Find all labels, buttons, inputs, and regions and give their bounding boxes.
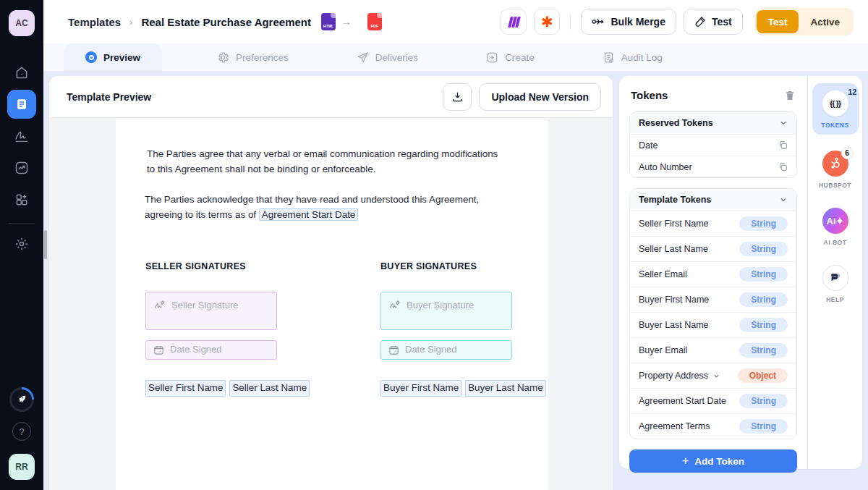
- tokens-title: Tokens: [631, 89, 668, 101]
- seller-name-tokens: Seller First Name Seller Last Name: [145, 380, 310, 397]
- tab-deliveries[interactable]: Deliveries: [344, 43, 431, 71]
- help-icon[interactable]: ?: [12, 422, 31, 441]
- chevron-down-icon: [779, 195, 788, 204]
- top-header: Templates › Real Estate Purchase Agreeme…: [43, 0, 868, 43]
- reserved-tokens-header[interactable]: Reserved Tokens: [630, 112, 796, 134]
- type-badge: String: [739, 343, 788, 358]
- rocket-icon: [12, 389, 32, 410]
- home-icon[interactable]: [7, 58, 36, 87]
- chevron-down-icon: [779, 119, 788, 127]
- download-button[interactable]: [443, 83, 472, 111]
- seller-signatures-heading: SELLER SIGNATURES: [145, 260, 246, 274]
- token-row[interactable]: Seller First Name String: [630, 211, 796, 236]
- workspace-avatar[interactable]: AC: [9, 10, 35, 36]
- doc-paragraph-1: The Parties agree that any verbal or ema…: [147, 147, 509, 177]
- send-icon: [357, 51, 369, 64]
- buyer-last-name-token[interactable]: Buyer Last Name: [465, 380, 545, 397]
- make-integration-button[interactable]: [501, 9, 527, 35]
- buyer-signatures-heading: BUYER SIGNATURES: [380, 260, 477, 274]
- seller-date-signed-field[interactable]: Date Signed: [145, 340, 277, 360]
- analytics-icon[interactable]: [7, 153, 36, 182]
- tab-audit-log[interactable]: Audit Log: [590, 43, 676, 71]
- app-sidebar: AC ? RR: [0, 0, 43, 490]
- gear-icon: [217, 51, 229, 64]
- expand-chevron-icon[interactable]: [712, 372, 720, 380]
- zapier-integration-button[interactable]: ✱: [534, 9, 560, 35]
- token-row[interactable]: Auto Number: [630, 156, 796, 177]
- breadcrumb-current: Real Estate Purchase Agreement: [141, 16, 311, 28]
- agreement-start-date-token[interactable]: Agreement Start Date: [259, 208, 359, 221]
- preview-eye-icon: [85, 51, 97, 63]
- type-badge: String: [739, 419, 788, 434]
- upload-new-version-button[interactable]: Upload New Version: [479, 83, 601, 111]
- type-badge: Object: [738, 368, 788, 383]
- tokens-panel: Tokens Reserved Tokens Date: [619, 76, 862, 469]
- template-preview-panel: Template Preview Upload New Version The …: [49, 76, 613, 490]
- mode-test-option[interactable]: Test: [757, 10, 799, 33]
- buyer-date-signed-field[interactable]: Date Signed: [380, 340, 512, 360]
- rail-hubspot-button[interactable]: 6 HUBSPOT: [819, 151, 851, 189]
- token-row[interactable]: Date: [630, 134, 796, 156]
- header-divider: [570, 14, 571, 30]
- tab-preview[interactable]: Preview: [64, 43, 162, 71]
- templates-icon[interactable]: [7, 90, 36, 119]
- tab-bar: Preview Preferences Deliveries Create Au…: [43, 43, 868, 71]
- tokens-icon: {{ }} 12: [822, 90, 848, 117]
- content-area: Template Preview Upload New Version The …: [43, 71, 868, 490]
- seller-signature-field[interactable]: Seller Signature: [145, 292, 277, 330]
- token-row[interactable]: Agreement Terms String: [630, 413, 796, 439]
- trash-icon[interactable]: [784, 90, 796, 101]
- token-row[interactable]: Agreement Start Date String: [630, 388, 796, 413]
- html-file-icon: HTML: [321, 13, 336, 30]
- audit-log-icon: [603, 51, 615, 64]
- onboarding-progress-ring[interactable]: [9, 387, 34, 412]
- reserved-tokens-section: Reserved Tokens Date Auto Number: [629, 111, 797, 178]
- type-badge: String: [739, 318, 788, 332]
- breadcrumb-separator-icon: ›: [129, 17, 132, 28]
- type-badge: String: [739, 242, 788, 256]
- copy-icon[interactable]: [778, 140, 788, 150]
- signature-pen-icon: [153, 300, 166, 312]
- settings-icon[interactable]: [7, 229, 36, 258]
- signature-icon[interactable]: [7, 122, 36, 151]
- signature-pen-icon: [388, 300, 401, 312]
- mode-toggle: Test Active: [754, 8, 854, 35]
- rail-tokens-button[interactable]: {{ }} 12 TOKENS: [812, 83, 859, 135]
- seller-first-name-token[interactable]: Seller First Name: [145, 380, 226, 397]
- buyer-name-tokens: Buyer First Name Buyer Last Name: [380, 380, 546, 397]
- integrations-rail: {{ }} 12 TOKENS 6 HUBSPOT Ai✦ AI BOT: [808, 76, 862, 469]
- sidebar-divider: [9, 223, 35, 224]
- user-avatar[interactable]: RR: [9, 454, 35, 480]
- vertical-scrollbar[interactable]: [44, 230, 47, 259]
- add-token-button[interactable]: + Add Token: [629, 449, 797, 473]
- rail-help-button[interactable]: HELP: [822, 265, 848, 303]
- help-chat-icon: [822, 265, 848, 291]
- type-badge: String: [739, 216, 788, 231]
- token-row[interactable]: Buyer First Name String: [630, 287, 796, 312]
- tab-create[interactable]: Create: [473, 43, 548, 71]
- download-icon: [451, 90, 464, 103]
- template-tokens-section: Template Tokens Seller First Name String…: [629, 188, 797, 439]
- buyer-signature-field[interactable]: Buyer Signature: [380, 292, 512, 330]
- token-row[interactable]: Buyer Last Name String: [630, 312, 796, 337]
- token-row-property-address[interactable]: Property Address Object: [630, 363, 796, 388]
- plus-square-icon: [486, 51, 498, 64]
- breadcrumb-templates[interactable]: Templates: [68, 16, 121, 28]
- template-tokens-header[interactable]: Template Tokens: [630, 189, 796, 211]
- token-row[interactable]: Buyer Email String: [630, 337, 796, 363]
- test-tube-icon: [694, 16, 706, 28]
- preview-panel-header: Template Preview Upload New Version: [49, 76, 613, 118]
- tokens-count-badge: 12: [848, 88, 856, 96]
- bulk-merge-button[interactable]: Bulk Merge: [581, 9, 676, 35]
- buyer-first-name-token[interactable]: Buyer First Name: [380, 380, 461, 397]
- token-row[interactable]: Seller Last Name String: [630, 236, 796, 261]
- integrations-icon[interactable]: [7, 185, 36, 214]
- copy-icon[interactable]: [778, 162, 788, 172]
- doc-paragraph-2: The Parties acknowledge that they have r…: [145, 193, 517, 223]
- mode-active-option[interactable]: Active: [799, 10, 851, 33]
- test-button[interactable]: Test: [684, 9, 743, 35]
- seller-last-name-token[interactable]: Seller Last Name: [229, 380, 310, 397]
- token-row[interactable]: Seller Email String: [630, 261, 796, 287]
- rail-ai-bot-button[interactable]: Ai✦ AI BOT: [822, 208, 848, 246]
- tab-preferences[interactable]: Preferences: [204, 43, 302, 71]
